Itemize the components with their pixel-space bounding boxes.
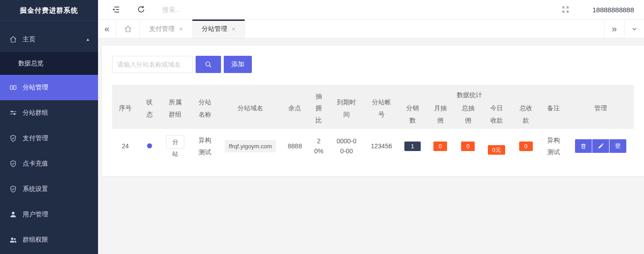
close-icon[interactable]: × [179, 25, 182, 33]
cell-remark: 异构测试 [540, 129, 567, 163]
col-header-status: 状态 [138, 85, 160, 129]
fullscreen-icon[interactable] [560, 5, 570, 15]
cell-domain: ffrqf.yigoym.com [220, 129, 281, 163]
col-header-group: 所属群组 [160, 85, 190, 129]
col-header-remark: 备注 [540, 85, 567, 129]
site-management-panel: 添加 序号 状态 所属群组 分站名称 分站域名 余点 [102, 46, 644, 176]
col-header-total-income: 总收款 [511, 102, 540, 129]
collapse-sidebar-icon[interactable] [111, 5, 121, 15]
sidebar: 掘金付费进群系统 主页 ▲ 数据总览 分站管理 分站群组 [0, 0, 98, 254]
col-header-site-name: 分站名称 [190, 85, 220, 129]
cell-seq: 24 [112, 129, 138, 163]
sidebar-item-label: 用户管理 [23, 210, 48, 219]
col-header-manage: 管理 [567, 85, 634, 129]
global-search-input[interactable] [162, 6, 262, 13]
sidebar-item-home[interactable]: 主页 ▲ [0, 27, 98, 52]
col-header-seq: 序号 [112, 85, 138, 129]
col-header-account: 分站帐号 [364, 85, 398, 129]
cell-today-income: 0元 [482, 129, 511, 163]
col-header-commission-rate: 抽拥比 [309, 85, 329, 129]
month-commission-badge: 0 [433, 142, 447, 151]
sidebar-item-label: 数据总览 [18, 59, 44, 68]
distributors-badge: 1 [404, 142, 421, 151]
col-header-domain: 分站域名 [220, 85, 281, 129]
col-header-month-commission: 月抽佣 [426, 102, 454, 129]
search-button[interactable] [196, 56, 221, 73]
tab-label: 分站管理 [202, 25, 227, 33]
pencil-icon [597, 143, 604, 150]
cell-total-commission: 0 [454, 129, 482, 163]
group-tag: 分站 [166, 135, 184, 149]
total-commission-badge: 0 [461, 142, 475, 151]
col-header-distributors: 分销数 [398, 102, 426, 129]
tab-home[interactable] [116, 20, 140, 38]
tab-bar: « 支付管理 × 分站管理 × » [98, 20, 644, 39]
col-header-expire: 到期时间 [329, 85, 364, 129]
tab-menu-chevron-down-icon[interactable] [624, 20, 644, 38]
action-button-group: 登 [569, 139, 632, 153]
cell-manage: 登 [567, 129, 634, 163]
sidebar-item-site-management[interactable]: 分站管理 [0, 75, 98, 100]
cell-site-name: 异构测试 [190, 129, 220, 163]
top-header: 18888888888 [98, 0, 644, 20]
total-income-badge: 0 [519, 142, 533, 151]
sidebar-item-label: 群组权限 [23, 236, 48, 244]
sidebar-item-site-groups[interactable]: 分站群组 [0, 100, 98, 126]
shield-check-icon [8, 159, 18, 169]
app-title: 掘金付费进群系统 [0, 0, 98, 21]
sidebar-item-payment-management[interactable]: 支付管理 [0, 126, 98, 151]
domain-tag[interactable]: ffrqf.yigoym.com [225, 140, 276, 152]
tab-payment-management[interactable]: 支付管理 × [140, 20, 192, 38]
scroll-tabs-right-icon[interactable]: » [604, 20, 624, 38]
refresh-icon[interactable] [136, 5, 146, 15]
cell-account: 123456 [364, 129, 398, 163]
component-icon [8, 83, 18, 93]
sidebar-item-label: 系统设置 [23, 185, 48, 193]
caret-up-icon: ▲ [86, 37, 90, 42]
login-button[interactable]: 登 [610, 139, 626, 153]
sidebar-item-label: 支付管理 [23, 134, 48, 142]
edit-button[interactable] [592, 139, 609, 153]
user-phone[interactable]: 18888888888 [592, 6, 636, 14]
cell-balance: 8888 [281, 129, 309, 163]
close-icon[interactable]: × [231, 25, 235, 33]
sidebar-nav: 主页 ▲ 数据总览 分站管理 分站群组 支付管理 [0, 21, 98, 253]
home-icon [124, 25, 132, 33]
sidebar-item-label: 分站群组 [23, 109, 48, 117]
table-row: 24 分站 异构测试 ffrqf.yigoym.com 8888 20% 000… [112, 129, 634, 163]
sites-table: 序号 状态 所属群组 分站名称 分站域名 余点 抽拥比 到期时间 分站帐号 数据… [112, 85, 634, 163]
sidebar-item-user-management[interactable]: 用户管理 [0, 202, 98, 227]
tab-site-management[interactable]: 分站管理 × [192, 20, 245, 38]
cell-distributors: 1 [398, 129, 426, 163]
main-area: 18888888888 « 支付管理 × 分站管理 × » [98, 0, 644, 254]
user-icon [8, 210, 18, 220]
shield-check-icon [8, 184, 18, 194]
cell-total-income: 0 [511, 129, 540, 163]
today-income-badge: 0元 [488, 145, 505, 155]
col-group-header-stats: 数据统计 [398, 85, 540, 102]
cell-commission-rate: 20% [309, 129, 329, 163]
users-icon [8, 235, 18, 245]
sliders-icon [8, 108, 18, 118]
tab-label: 支付管理 [149, 25, 174, 33]
add-button[interactable]: 添加 [224, 56, 252, 73]
home-icon [8, 34, 18, 44]
sidebar-item-system-settings[interactable]: 系统设置 [0, 176, 98, 202]
cell-expire: 0000-00-00 [329, 129, 364, 163]
sidebar-item-data-overview[interactable]: 数据总览 [0, 52, 98, 75]
search-icon [204, 60, 212, 68]
status-dot [147, 143, 152, 148]
sidebar-item-card-recharge[interactable]: 点卡充值 [0, 151, 98, 176]
col-header-balance: 余点 [281, 85, 309, 129]
sidebar-item-group-permissions[interactable]: 群组权限 [0, 227, 98, 253]
sidebar-item-label: 主页 [23, 35, 35, 44]
toolbar: 添加 [112, 56, 634, 73]
delete-button[interactable] [575, 139, 592, 153]
cell-month-commission: 0 [426, 129, 454, 163]
shield-check-icon [8, 133, 18, 143]
scroll-tabs-left-icon[interactable]: « [98, 20, 116, 38]
site-search-input[interactable] [112, 56, 193, 73]
col-header-total-commission: 总抽佣 [454, 102, 482, 129]
col-header-today-income: 今日收款 [482, 102, 511, 129]
sidebar-item-label: 分站管理 [23, 83, 48, 92]
